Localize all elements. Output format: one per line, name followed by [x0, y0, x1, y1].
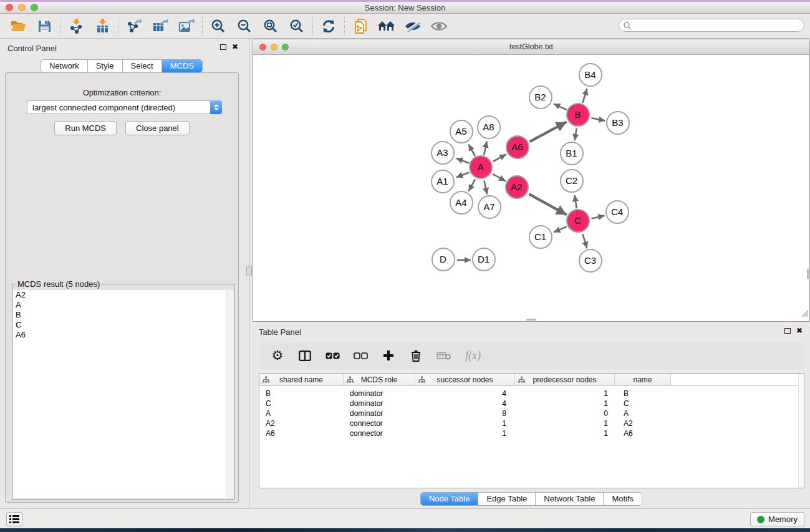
- tab-edge-table[interactable]: Edge Table: [478, 493, 535, 505]
- column-layout-button[interactable]: [298, 351, 312, 361]
- zoom-in-button[interactable]: [205, 16, 231, 37]
- tab-motifs[interactable]: Motifs: [603, 493, 642, 505]
- duplicate-network-button[interactable]: [347, 16, 374, 37]
- graph-edge-A-A3[interactable]: [456, 158, 470, 163]
- graph-edge-B-B2[interactable]: [554, 104, 567, 110]
- graph-edge-A2-C[interactable]: [529, 194, 566, 215]
- select-all-rows-button[interactable]: [325, 352, 340, 359]
- run-mcds-button[interactable]: Run MCDS: [54, 121, 117, 135]
- column-header-predecessor-nodes[interactable]: predecessor nodes: [515, 374, 615, 385]
- column-header-shared-name[interactable]: shared name: [259, 374, 344, 385]
- table-row[interactable]: Bdominator41B: [259, 389, 804, 399]
- search-input[interactable]: [632, 21, 804, 30]
- graph-edge-B-B4[interactable]: [582, 89, 587, 103]
- export-image-button[interactable]: [173, 16, 200, 37]
- close-window-button[interactable]: [6, 4, 13, 11]
- table-cell[interactable]: dominator: [344, 389, 415, 398]
- graph-node-D1[interactable]: D1: [472, 248, 496, 271]
- table-row[interactable]: A6connector11A6: [259, 428, 804, 438]
- window-titlebar[interactable]: Session: New Session: [0, 2, 810, 14]
- tab-network-table[interactable]: Network Table: [535, 493, 603, 505]
- graph-edge-C-C4[interactable]: [591, 216, 604, 219]
- tab-style[interactable]: Style: [87, 60, 122, 72]
- search-field[interactable]: [619, 19, 804, 32]
- graph-node-A3[interactable]: A3: [431, 141, 455, 165]
- import-table-button[interactable]: [89, 16, 115, 37]
- table-cell[interactable]: B: [615, 389, 671, 398]
- graph-node-A1[interactable]: A1: [431, 170, 455, 193]
- mcds-result-item[interactable]: A2: [13, 290, 234, 300]
- graph-node-C[interactable]: C: [566, 209, 590, 233]
- memory-button[interactable]: Memory: [750, 512, 804, 526]
- graph-edge-A-A2[interactable]: [493, 174, 505, 181]
- mcds-result-item[interactable]: A: [13, 300, 234, 310]
- graph-node-C3[interactable]: C3: [579, 249, 602, 273]
- zoom-fit-button[interactable]: [258, 16, 284, 37]
- zoom-network-window-button[interactable]: [282, 44, 289, 51]
- graph-node-C4[interactable]: C4: [605, 200, 629, 224]
- graph-node-A5[interactable]: A5: [450, 120, 473, 143]
- mcds-result-item[interactable]: B: [13, 310, 234, 320]
- graph-edge-C-C3[interactable]: [582, 234, 587, 248]
- result-scrollbar[interactable]: [226, 290, 234, 498]
- table-cell[interactable]: A6: [615, 429, 671, 438]
- close-panel-icon[interactable]: ✖: [232, 44, 238, 50]
- table-cell[interactable]: A: [615, 409, 671, 418]
- graph-node-B[interactable]: B: [566, 103, 590, 127]
- table-cell[interactable]: 1: [415, 429, 515, 438]
- table-cell[interactable]: 8: [415, 409, 515, 418]
- table-cell[interactable]: 1: [515, 429, 615, 438]
- window-resize-grip[interactable]: [801, 310, 809, 317]
- task-history-button[interactable]: [6, 512, 22, 526]
- mcds-result-item[interactable]: C: [13, 320, 234, 330]
- export-table-button[interactable]: [147, 16, 173, 37]
- divider-grip[interactable]: [246, 266, 252, 276]
- graph-node-B1[interactable]: B1: [560, 142, 584, 165]
- table-scrollbar[interactable]: [798, 374, 804, 488]
- show-graphics-details-button[interactable]: [426, 16, 452, 37]
- graph-edge-A-A1[interactable]: [456, 172, 470, 177]
- table-cell[interactable]: 0: [515, 409, 615, 418]
- close-panel-button[interactable]: Close panel: [125, 121, 190, 135]
- refresh-view-button[interactable]: [316, 16, 342, 37]
- export-network-button[interactable]: [121, 16, 147, 37]
- graph-node-A8[interactable]: A8: [477, 115, 501, 139]
- network-canvas[interactable]: B4B2BB3A5A8A6B1A3AC2A1A2A4A7C4CC1C3DD1: [253, 55, 809, 318]
- table-cell[interactable]: A2: [615, 419, 671, 428]
- graph-edge-A-A6[interactable]: [493, 154, 506, 161]
- open-session-button[interactable]: [5, 16, 31, 37]
- graph-node-D[interactable]: D: [432, 248, 455, 271]
- delete-column-button[interactable]: [409, 350, 423, 362]
- table-row[interactable]: Cdominator41C: [259, 399, 804, 409]
- graph-node-A[interactable]: A: [469, 155, 493, 179]
- graph-node-C1[interactable]: C1: [529, 225, 552, 249]
- zoom-out-button[interactable]: [231, 16, 258, 37]
- graph-edge-B-B3[interactable]: [592, 118, 605, 120]
- graph-node-A6[interactable]: A6: [506, 135, 529, 159]
- table-cell[interactable]: B: [259, 389, 344, 398]
- table-cell[interactable]: C: [259, 399, 344, 408]
- table-settings-button[interactable]: ⚙: [271, 349, 284, 362]
- graph-node-B2[interactable]: B2: [529, 85, 552, 109]
- graph-edge-A-A5[interactable]: [469, 144, 475, 156]
- close-network-window-button[interactable]: [259, 44, 266, 51]
- table-cell[interactable]: dominator: [344, 399, 415, 408]
- zoom-window-button[interactable]: [31, 4, 38, 11]
- column-header-name[interactable]: name: [615, 374, 671, 385]
- graph-edge-C-C2[interactable]: [574, 195, 576, 209]
- float-panel-icon[interactable]: [220, 44, 226, 50]
- table-cell[interactable]: C: [615, 399, 671, 408]
- add-column-button[interactable]: [382, 350, 395, 361]
- tab-mcds[interactable]: MCDS: [162, 60, 202, 72]
- table-cell[interactable]: 1: [515, 389, 615, 398]
- graph-edge-A-A7[interactable]: [484, 181, 487, 195]
- graph-edge-A-A8[interactable]: [484, 142, 486, 155]
- import-network-button[interactable]: [63, 16, 89, 37]
- column-header-successor-nodes[interactable]: successor nodes: [415, 374, 515, 385]
- table-cell[interactable]: connector: [344, 429, 415, 438]
- minimize-network-window-button[interactable]: [271, 44, 277, 51]
- table-cell[interactable]: A6: [259, 429, 344, 438]
- graph-node-A2[interactable]: A2: [505, 175, 529, 199]
- apply-layout-button[interactable]: [374, 16, 400, 37]
- column-header-mcds-role[interactable]: MCDS role: [344, 374, 415, 385]
